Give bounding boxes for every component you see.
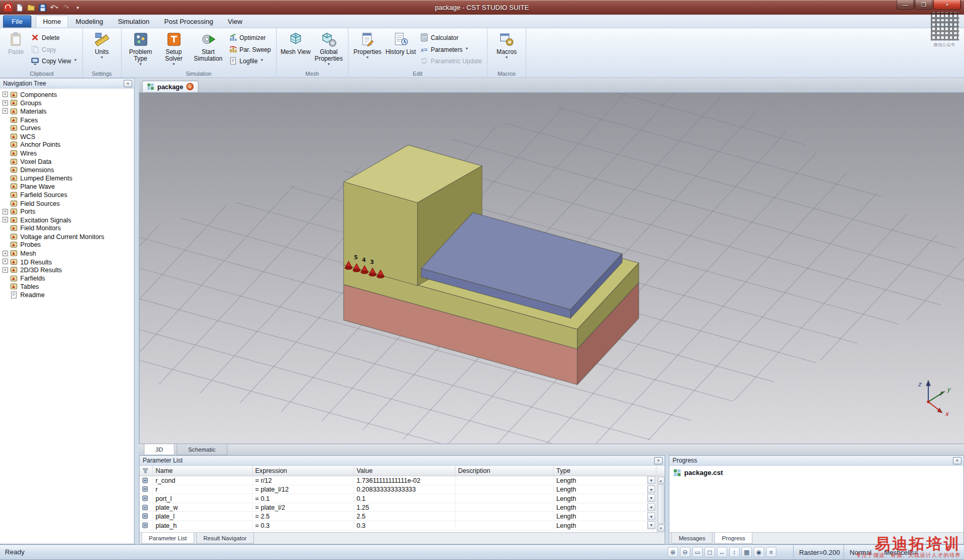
- type-dropdown-icon[interactable]: ▼: [648, 512, 655, 520]
- param-row-plate_h[interactable]: plate_h= 0.30.3Length▼: [140, 521, 657, 530]
- tree-item-1d-results[interactable]: +1D Results: [0, 257, 134, 265]
- tree-item-tables[interactable]: +Tables: [0, 283, 134, 291]
- mesh-cells-icon[interactable]: ▦: [741, 547, 752, 557]
- parameters-button[interactable]: x= Parameters ▼: [417, 44, 485, 54]
- tree-item-voxel-data[interactable]: +Voxel Data: [0, 157, 134, 165]
- scrollbar-thumb[interactable]: [657, 484, 664, 524]
- copy-view-button[interactable]: Copy View ▼: [29, 56, 80, 66]
- param-row-plate_l[interactable]: plate_l= 2.52.5Length▼: [140, 512, 657, 521]
- tree-item-ports[interactable]: +Ports: [0, 207, 134, 216]
- properties-button[interactable]: Properties ▼: [351, 30, 384, 60]
- tree-item-farfields[interactable]: +Farfields: [0, 274, 134, 283]
- fit-view-icon[interactable]: ◻: [705, 547, 715, 557]
- tab-result-navigator[interactable]: Result Navigator: [196, 533, 254, 543]
- close-button[interactable]: ×: [933, 0, 961, 10]
- expander-icon[interactable]: +: [3, 108, 8, 114]
- tab-schematic[interactable]: Schematic: [176, 444, 227, 455]
- param-row-plate_w[interactable]: plate_w= plate_l/21.25Length▼: [140, 503, 657, 512]
- center-view-icon[interactable]: ◉: [754, 547, 764, 557]
- param-row-port_l[interactable]: port_l= 0.10.1Length▼: [140, 494, 657, 503]
- type-dropdown-icon[interactable]: ▼: [648, 521, 655, 529]
- open-project-icon[interactable]: [26, 2, 36, 12]
- tab-3d[interactable]: 3D: [144, 444, 174, 455]
- zoom-out-icon[interactable]: ⊖: [680, 547, 690, 557]
- tree-item-field-monitors[interactable]: +Field Monitors: [0, 224, 134, 232]
- tree-item-voltage-and-current-monitors[interactable]: +Voltage and Current Monitors: [0, 232, 134, 241]
- tab-view[interactable]: View: [221, 16, 250, 28]
- undo-icon[interactable]: ↶▼: [49, 2, 60, 12]
- close-tab-icon[interactable]: ×: [186, 83, 194, 90]
- file-menu-button[interactable]: File: [3, 16, 31, 28]
- zoom-in-icon[interactable]: ⊕: [668, 547, 678, 557]
- column-header-expression[interactable]: Expression: [253, 466, 354, 475]
- tab-progress[interactable]: Progress: [714, 533, 752, 543]
- problem-type-button[interactable]: Problem Type ▼: [124, 30, 157, 67]
- close-navigation-tree-icon[interactable]: ×: [123, 79, 132, 87]
- par-sweep-button[interactable]: Par. Sweep: [226, 44, 273, 54]
- units-button[interactable]: Units ▼: [85, 30, 118, 60]
- zoom-window-icon[interactable]: ▭: [692, 547, 703, 557]
- type-dropdown-icon[interactable]: ▼: [648, 503, 655, 511]
- tree-item-dimensions[interactable]: +Dimensions: [0, 165, 134, 174]
- scroll-down-icon[interactable]: ▼: [657, 525, 664, 531]
- type-dropdown-icon[interactable]: ▼: [648, 477, 655, 484]
- start-simulation-button[interactable]: Start Simulation: [190, 30, 226, 62]
- minimize-button[interactable]: —: [897, 0, 914, 10]
- 3d-viewport[interactable]: 543 z y x: [139, 93, 964, 444]
- expander-icon[interactable]: +: [3, 217, 8, 223]
- pan-icon[interactable]: ↔: [717, 547, 727, 557]
- tree-item-wires[interactable]: +Wires: [0, 149, 134, 157]
- macros-button[interactable]: Macros ▼: [490, 30, 523, 60]
- new-project-icon[interactable]: [14, 2, 24, 12]
- maximize-button[interactable]: ❐: [915, 0, 932, 10]
- column-header-value[interactable]: Value: [354, 466, 456, 475]
- history-list-button[interactable]: History List: [384, 30, 417, 55]
- tree-item-groups[interactable]: +Groups: [0, 99, 134, 107]
- delete-button[interactable]: Delete: [29, 33, 80, 43]
- type-dropdown-icon[interactable]: ▼: [648, 485, 655, 493]
- column-header-description[interactable]: Description: [456, 466, 554, 475]
- expander-icon[interactable]: +: [3, 100, 8, 106]
- tab-simulation[interactable]: Simulation: [111, 16, 157, 28]
- tree-item-faces[interactable]: +Faces: [0, 116, 134, 124]
- expander-icon[interactable]: +: [3, 208, 8, 214]
- tree-item-materials[interactable]: +Materials: [0, 107, 134, 115]
- tab-parameter-list[interactable]: Parameter List: [142, 533, 195, 543]
- close-parameter-list-icon[interactable]: ×: [654, 457, 663, 464]
- tree-item-probes[interactable]: +Probes: [0, 241, 134, 249]
- setup-solver-button[interactable]: Setup Solver ▼: [157, 30, 190, 67]
- expander-icon[interactable]: +: [3, 92, 8, 97]
- filter-icon[interactable]: [140, 466, 153, 475]
- view-options-icon[interactable]: ≡: [766, 547, 776, 557]
- tree-item-excitation-signals[interactable]: +Excitation Signals: [0, 216, 134, 224]
- tab-post-processing[interactable]: Post Processing: [157, 16, 221, 28]
- param-row-r_cond[interactable]: r_cond= r/121.73611111111111e-02Length▼: [140, 476, 657, 485]
- tree-item-field-sources[interactable]: +Field Sources: [0, 199, 134, 207]
- param-row-r[interactable]: r= plate_l/120.208333333333333Length▼: [140, 485, 657, 494]
- tab-modeling[interactable]: Modeling: [68, 16, 111, 28]
- global-properties-button[interactable]: Global Properties ▼: [312, 30, 346, 67]
- scroll-up-icon[interactable]: ▲: [657, 477, 664, 483]
- tree-item-curves[interactable]: +Curves: [0, 124, 134, 132]
- document-tab-package[interactable]: package ×: [142, 80, 199, 92]
- expander-icon[interactable]: +: [3, 259, 8, 264]
- calculator-button[interactable]: Calculator: [417, 33, 485, 43]
- column-header-type[interactable]: Type: [554, 466, 657, 475]
- logfile-button[interactable]: Logfile ▼: [226, 56, 273, 66]
- tree-item-plane-wave[interactable]: +Plane Wave: [0, 182, 134, 190]
- type-dropdown-icon[interactable]: ▼: [648, 494, 655, 502]
- tree-item-components[interactable]: +Components: [0, 90, 134, 99]
- tab-home[interactable]: Home: [35, 16, 68, 28]
- tree-item-mesh[interactable]: +Mesh: [0, 249, 134, 257]
- close-progress-panel-icon[interactable]: ×: [953, 457, 962, 464]
- column-header-name[interactable]: Name: [153, 466, 253, 475]
- tree-item-wcs[interactable]: +WCS: [0, 132, 134, 141]
- save-icon[interactable]: [37, 2, 48, 12]
- param-list-scrollbar[interactable]: ▲ ▼: [656, 476, 664, 532]
- expander-icon[interactable]: +: [3, 267, 8, 273]
- tree-item-2d-3d-results[interactable]: +2D/3D Results: [0, 265, 134, 274]
- rotate-icon[interactable]: ↕: [729, 547, 739, 557]
- expander-icon[interactable]: +: [3, 250, 8, 256]
- optimizer-button[interactable]: Optimizer: [226, 33, 273, 43]
- mesh-view-button[interactable]: Mesh View: [279, 30, 312, 55]
